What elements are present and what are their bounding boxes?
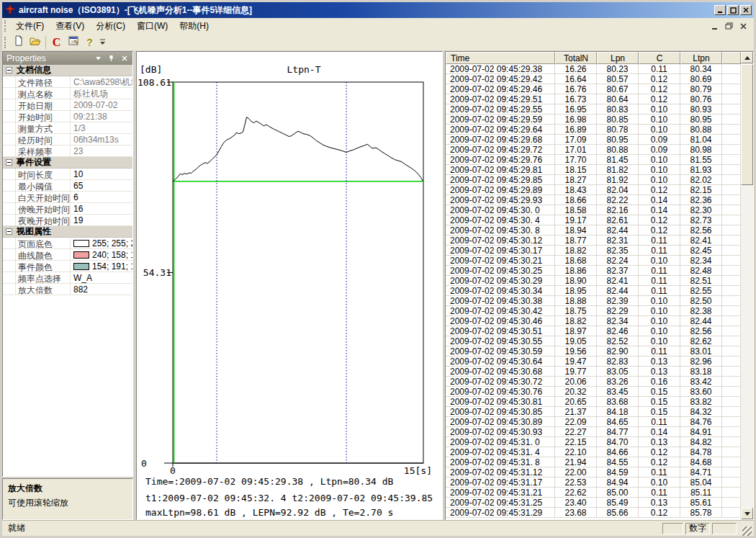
scrollbar-thumb[interactable] <box>741 64 753 185</box>
property-value[interactable]: 23 <box>71 145 132 156</box>
property-value[interactable]: 255; 255; 25 <box>71 238 132 248</box>
table-row[interactable]: 2009-07-02 09:45:29.6416.8980.780.1080.8… <box>446 125 741 135</box>
column-header-c[interactable]: C <box>639 52 680 64</box>
table-row[interactable]: 2009-07-02 09:45:31. 422.1084.660.1284.7… <box>446 447 741 457</box>
ltpn-chart[interactable]: [dB] Ltpn-T 108.61 54.31 0 0 15[s] Time=… <box>137 52 442 519</box>
table-row[interactable]: 2009-07-02 09:45:31. 821.9484.550.1284.6… <box>446 457 741 467</box>
mdi-close-button[interactable] <box>738 22 748 31</box>
table-row[interactable]: 2009-07-02 09:45:29.4616.7680.670.1280.7… <box>446 84 741 94</box>
table-row[interactable]: 2009-07-02 09:45:29.8118.1581.820.1081.9… <box>446 165 741 175</box>
help-button[interactable]: ? <box>81 35 98 50</box>
table-row[interactable]: 2009-07-02 09:45:30.9322.2784.770.1484.9… <box>446 427 741 437</box>
table-row[interactable]: 2009-07-02 09:45:31.1222.0084.590.1184.7… <box>446 467 741 478</box>
chart-view[interactable]: [dB] Ltpn-T 108.61 54.31 0 0 15[s] Time=… <box>136 51 443 520</box>
property-value[interactable]: 06h34m13s <box>71 134 132 145</box>
property-value[interactable]: 16 <box>71 203 132 214</box>
table-row[interactable]: 2009-07-02 09:45:29.8518.2781.920.1082.0… <box>446 175 741 185</box>
property-value[interactable]: 65 <box>71 180 132 191</box>
property-value[interactable]: 10 <box>71 169 132 179</box>
collapse-minus-icon[interactable] <box>6 67 12 73</box>
table-row[interactable]: 2009-07-02 09:45:31.2523.4085.490.1385.6… <box>446 498 741 508</box>
mdi-minimize-button[interactable] <box>709 22 719 31</box>
mdi-restore-button[interactable] <box>724 22 734 31</box>
menu-item-2[interactable]: 分析(C) <box>90 19 131 33</box>
menu-item-0[interactable]: 文件(F) <box>10 19 50 33</box>
table-row[interactable]: 2009-07-02 09:45:30.6419.4782.830.1382.9… <box>446 357 741 367</box>
properties-panel-header[interactable]: Properties <box>3 52 132 65</box>
table-row[interactable]: 2009-07-02 09:45:30.1218.7782.310.1182.4… <box>446 236 741 246</box>
property-section-header[interactable]: 文档信息 <box>3 65 132 76</box>
table-row[interactable]: 2009-07-02 09:45:30.8120.6583.680.1583.8… <box>446 397 741 407</box>
property-value[interactable]: W_A <box>71 272 132 283</box>
table-row[interactable]: 2009-07-02 09:45:30.8922.0984.650.1184.7… <box>446 417 741 427</box>
column-header-totaln[interactable]: TotalN <box>555 52 597 64</box>
table-row[interactable]: 2009-07-02 09:45:31.2122.6285.000.1185.1… <box>446 488 741 498</box>
toolbar-options-button[interactable] <box>98 35 107 50</box>
table-row[interactable]: 2009-07-02 09:45:29.5116.7380.640.1280.7… <box>446 94 741 104</box>
table-row[interactable]: 2009-07-02 09:45:29.7617.7081.450.1081.5… <box>446 155 741 165</box>
table-row[interactable]: 2009-07-02 09:45:30.7220.0683.260.1683.4… <box>446 377 741 387</box>
table-row[interactable]: 2009-07-02 09:45:30.8521.3784.180.1584.3… <box>446 407 741 417</box>
table-row[interactable]: 2009-07-02 09:45:30.2918.9082.410.1182.5… <box>446 276 741 286</box>
minimize-button[interactable] <box>714 5 726 15</box>
property-value[interactable]: C:\awa6298\机场 <box>71 76 132 87</box>
table-scrollbar[interactable] <box>741 52 753 519</box>
property-value[interactable]: 882 <box>71 284 132 295</box>
table-row[interactable]: 2009-07-02 09:45:30.1718.8282.350.1182.4… <box>446 246 741 256</box>
column-header-lpn[interactable]: Lpn <box>597 52 639 64</box>
table-row[interactable]: 2009-07-02 09:45:30.5118.9782.460.1082.5… <box>446 326 741 336</box>
properties-button[interactable] <box>65 35 81 50</box>
open-file-button[interactable] <box>27 35 43 50</box>
table-row[interactable]: 2009-07-02 09:45:29.5916.9880.850.1080.9… <box>446 115 741 125</box>
table-row[interactable]: 2009-07-02 09:45:31.1722.5384.940.1085.0… <box>446 478 741 488</box>
resize-grip[interactable] <box>742 526 752 536</box>
table-row[interactable]: 2009-07-02 09:45:31.2923.6885.660.1285.7… <box>446 508 741 518</box>
menu-item-1[interactable]: 查看(V) <box>50 19 90 33</box>
table-row[interactable]: 2009-07-02 09:45:30. 419.1782.610.1282.7… <box>446 215 741 225</box>
title-bar[interactable]: aircraft noise（ISO3891）-[飞机噪声分析1--事件5详细信… <box>2 2 754 18</box>
table-row[interactable]: 2009-07-02 09:45:30. 018.5882.160.1482.3… <box>446 205 741 215</box>
property-value[interactable]: 240; 158; 15 <box>71 249 132 260</box>
close-panel-icon[interactable] <box>120 54 129 63</box>
property-section-header[interactable]: 视图属性 <box>3 226 132 238</box>
table-row[interactable]: 2009-07-02 09:45:29.9318.6682.220.1482.3… <box>446 195 741 205</box>
table-row[interactable]: 2009-07-02 09:45:31. 022.1584.700.1384.8… <box>446 437 741 447</box>
table-row[interactable]: 2009-07-02 09:45:30.4218.7582.290.1082.3… <box>446 306 741 316</box>
toolbar-grip[interactable] <box>4 37 8 48</box>
property-value[interactable]: 154; 191; 18 <box>71 261 132 272</box>
pin-icon[interactable] <box>107 54 116 63</box>
table-row[interactable]: 2009-07-02 09:45:30.5519.0582.520.1082.6… <box>446 336 741 346</box>
table-row[interactable]: 2009-07-02 09:45:30.5919.5682.900.1183.0… <box>446 346 741 357</box>
property-value[interactable]: 2009-07-02 <box>71 99 132 110</box>
chevron-down-icon[interactable] <box>94 54 103 63</box>
property-value[interactable]: 6 <box>71 192 132 202</box>
table-row[interactable]: 2009-07-02 09:45:30.3818.8882.390.1082.5… <box>446 296 741 306</box>
scrollbar-track[interactable] <box>741 63 753 508</box>
collapse-minus-icon[interactable] <box>6 228 12 235</box>
maximize-button[interactable] <box>727 5 739 15</box>
close-button[interactable] <box>740 5 752 15</box>
menu-item-3[interactable]: 窗口(W) <box>131 19 174 33</box>
collapse-minus-icon[interactable] <box>6 159 12 166</box>
property-section-header[interactable]: 事件设置 <box>3 157 132 169</box>
table-row[interactable]: 2009-07-02 09:45:30.3418.9582.440.1182.5… <box>446 286 741 296</box>
table-row[interactable]: 2009-07-02 09:45:30.2118.6882.240.1082.3… <box>446 256 741 266</box>
table-row[interactable]: 2009-07-02 09:45:29.7217.0180.880.0980.9… <box>446 145 741 155</box>
table-row[interactable]: 2009-07-02 09:45:29.3816.2680.230.1180.3… <box>446 64 741 74</box>
new-document-button[interactable] <box>10 35 27 50</box>
table-row[interactable]: 2009-07-02 09:45:30.4618.8282.340.1082.4… <box>446 316 741 326</box>
property-value[interactable]: 1/3 <box>71 122 132 133</box>
table-row[interactable]: 2009-07-02 09:45:29.8918.4382.040.1282.1… <box>446 185 741 195</box>
analysis-c-button[interactable]: C <box>48 35 65 50</box>
property-value[interactable]: 19 <box>71 215 132 225</box>
table-row[interactable]: 2009-07-02 09:45:30.7620.3283.450.1583.6… <box>446 387 741 397</box>
scroll-up-button[interactable] <box>741 52 753 63</box>
column-header-ltpn[interactable]: Ltpn <box>680 52 722 64</box>
menubar-grip[interactable] <box>4 20 8 32</box>
column-header-time[interactable]: Time <box>446 52 555 64</box>
table-row[interactable]: 2009-07-02 09:45:30. 818.9482.440.1282.5… <box>446 225 741 236</box>
table-row[interactable]: 2009-07-02 09:45:29.4216.6480.570.1280.6… <box>446 74 741 84</box>
scroll-down-button[interactable] <box>741 508 753 519</box>
table-row[interactable]: 2009-07-02 09:45:29.6817.0980.950.0981.0… <box>446 135 741 145</box>
table-row[interactable]: 2009-07-02 09:45:30.2518.8682.370.1182.4… <box>446 266 741 276</box>
